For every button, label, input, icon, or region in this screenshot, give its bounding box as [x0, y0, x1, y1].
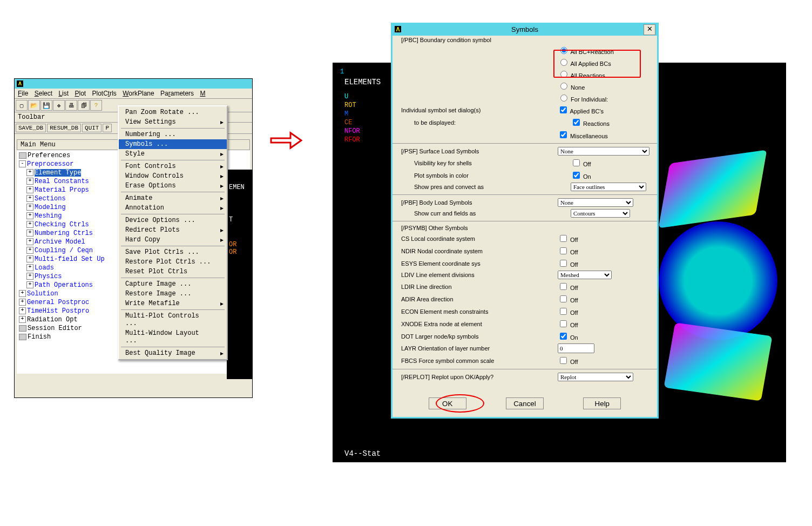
psymb-cs-check[interactable]: Off [558, 237, 578, 243]
gfx-elements-label: ELEMENTS [344, 78, 381, 86]
psf-select[interactable]: None [558, 147, 649, 156]
gfx-label-t: T [229, 216, 251, 224]
psymb-ndir-check[interactable]: Off [558, 249, 578, 255]
gfx-line-number: 1 [340, 68, 344, 76]
psymb-dot-label: DOT Larger node/kp symbols [397, 333, 558, 340]
psymb-ldiv-label: LDIV Line element divisions [397, 272, 558, 278]
menu-bar[interactable]: FFileile Select List Plot PlotCtrls Work… [15, 89, 252, 99]
gfx-u-label: U [344, 93, 348, 100]
psf-vis-label: Visibility key for shells [397, 160, 571, 166]
menu-item-pan-zoom-rotate-[interactable]: Pan Zoom Rotate ... [119, 107, 227, 117]
gfx-nfor-label: NFOR [344, 127, 360, 135]
psf-vis-check[interactable]: Off [571, 161, 591, 167]
menu-plot[interactable]: Plot [75, 90, 86, 97]
menu-item-capture-image-[interactable]: Capture Image ... [119, 279, 227, 289]
graphics-window-left: EMEN T OR OR [227, 170, 253, 379]
powrgrph-button[interactable]: P [103, 124, 112, 132]
menu-item-multi-plot-controls-[interactable]: Multi-Plot Controls ... [119, 311, 227, 328]
psymb-ldir-check[interactable]: Off [558, 285, 578, 291]
gfx-rot-label: ROT [344, 102, 356, 109]
menu-file[interactable]: FFileile [18, 90, 28, 97]
pbc-indiv-sub: to be displayed: [397, 119, 571, 126]
menu-item-style[interactable]: Style [119, 149, 227, 159]
menu-item-reset-plot-ctrls[interactable]: Reset Plot Ctrls [119, 267, 227, 277]
menu-item-window-controls[interactable]: Window Controls [119, 171, 227, 181]
gfx-label-elements: EMEN [229, 184, 251, 191]
menu-item-animate[interactable]: Animate [119, 193, 227, 203]
menu-item-write-metafile[interactable]: Write Metafile [119, 299, 227, 308]
symbols-dialog: Λ Symbols ✕ [/PBC] Boundary condition sy… [391, 23, 659, 419]
gfx-label-or2: OR [229, 248, 251, 256]
menu-item-hard-copy[interactable]: Hard Copy [119, 235, 227, 245]
radio-for-individual-[interactable]: For Individual: [558, 96, 608, 103]
psymb-adir-check[interactable]: Off [558, 297, 578, 304]
menu-item-restore-image-[interactable]: Restore Image ... [119, 289, 227, 299]
check-miscellaneous[interactable]: Miscellaneous [558, 133, 608, 139]
plotctrls-menu[interactable]: Pan Zoom Rotate ...View SettingsNumberin… [118, 105, 228, 360]
check-applied-bcs[interactable]: Applied BC's [558, 108, 604, 114]
menu-select[interactable]: Select [35, 90, 52, 97]
menu-more[interactable]: M [200, 90, 205, 97]
psymb-cs-label: CS Local coordinate system [397, 235, 558, 242]
menu-item-symbols-[interactable]: Symbols ... [119, 139, 227, 149]
replot-select[interactable]: Replot [558, 373, 633, 381]
gfx-rfor-label: RFOR [344, 136, 360, 144]
menu-item-best-quality-image[interactable]: Best Quality Image [119, 348, 227, 358]
psymb-econ-label: ECON Element mesh constraints [397, 308, 558, 315]
cancel-button[interactable]: Cancel [506, 397, 544, 409]
menu-item-save-plot-ctrls-[interactable]: Save Plot Ctrls ... [119, 247, 227, 257]
quit-button[interactable]: QUIT [82, 124, 102, 132]
menu-item-device-options-[interactable]: Device Options ... [119, 215, 227, 225]
highlight-box-icon [553, 50, 641, 78]
gfx-m-label: M [344, 110, 348, 118]
menu-item-font-controls[interactable]: Font Controls [119, 161, 227, 171]
pbf-show-select[interactable]: Contours [571, 209, 630, 218]
pbf-select[interactable]: None [558, 198, 633, 207]
menu-plotctrls[interactable]: PlotCtrls [92, 90, 117, 97]
help-icon[interactable]: ? [90, 100, 102, 111]
report-icon[interactable]: 🗐 [78, 100, 90, 111]
menu-item-view-settings[interactable]: View Settings [119, 117, 227, 127]
radio-none[interactable]: None [558, 84, 585, 91]
psymb-fbcs-label: FBCS Force symbol common scale [397, 358, 558, 364]
menu-item-erase-options[interactable]: Erase Options [119, 181, 227, 191]
menu-item-annotation[interactable]: Annotation [119, 203, 227, 213]
menu-item-multi-window-layout-[interactable]: Multi-Window Layout ... [119, 328, 227, 346]
gfx-ce-label: CE [344, 119, 352, 126]
pick-icon[interactable]: ✥ [53, 100, 65, 111]
psymb-esys-label: ESYS Element coordinate sys [397, 260, 558, 267]
replot-label: [/REPLOT] Replot upon OK/Apply? [397, 374, 558, 380]
psf-label: [/PSF] Surface Load Symbols [397, 148, 558, 154]
psymb-ldiv-select[interactable]: Meshed [558, 271, 612, 279]
menu-item-redirect-plots[interactable]: Redirect Plots [119, 225, 227, 235]
pbc-label: [/PBC] Boundary condition symbol [397, 37, 558, 43]
gfx-status-label: V4--Stat [344, 449, 381, 458]
menu-parameters[interactable]: Parameters [160, 90, 194, 97]
dialog-title-bar: Λ Symbols ✕ [393, 23, 657, 36]
menu-item-numbering-[interactable]: Numbering ... [119, 130, 227, 139]
psymb-esys-check[interactable]: Off [558, 261, 578, 268]
psymb-ldir-label: LDIR Line direction [397, 284, 558, 290]
close-button[interactable]: ✕ [644, 24, 655, 35]
check-reactions[interactable]: Reactions [571, 120, 610, 127]
menu-workplane[interactable]: WorkPlane [123, 90, 154, 97]
save-icon[interactable]: 💾 [40, 100, 52, 111]
psymb-layr-label: LAYR Orientation of layer number [397, 345, 558, 352]
psf-color-check[interactable]: On [571, 173, 591, 180]
psymb-fbcs-check[interactable]: Off [558, 359, 578, 365]
help-button[interactable]: Help [583, 397, 621, 409]
psymb-econ-check[interactable]: Off [558, 309, 578, 316]
open-icon[interactable]: 📂 [28, 100, 40, 111]
menu-list[interactable]: List [58, 90, 69, 97]
menu-item-restore-plot-ctrls-[interactable]: Restore Plot Ctrls ... [119, 257, 227, 267]
psymb-label: [/PSYMB] Other Symbols [397, 225, 558, 231]
resum-db-button[interactable]: RESUM_DB [47, 124, 81, 132]
save-db-button[interactable]: SAVE_DB [16, 124, 46, 132]
psf-color-label: Plot symbols in color [397, 172, 571, 179]
psymb-xnode-check[interactable]: Off [558, 322, 578, 328]
psymb-layr-input[interactable] [558, 343, 594, 353]
psymb-dot-check[interactable]: On [558, 334, 578, 341]
print-icon[interactable]: 🖶 [65, 100, 77, 111]
new-icon[interactable]: ▢ [16, 100, 28, 111]
psf-show-select[interactable]: Face outlines [571, 183, 646, 191]
